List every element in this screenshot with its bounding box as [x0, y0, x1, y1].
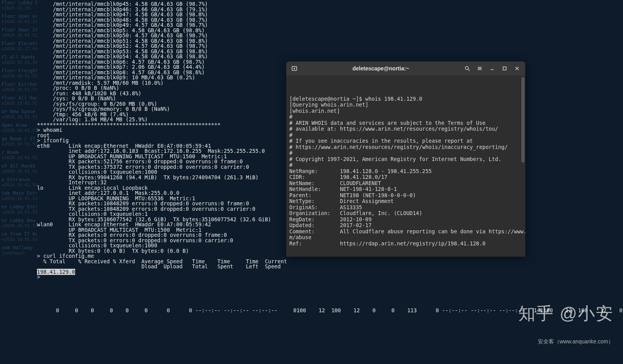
- minimize-icon: [489, 66, 495, 71]
- whois-line: NetType: Direct Assignment: [289, 198, 522, 205]
- whois-line: NetHandle: NET-198-41-128-0-1: [289, 186, 522, 192]
- sidebar-item[interactable]: or Lobby Entrav2020.10.01.53: [0, 204, 37, 215]
- shell-prompt: [deletescape@nortia ~]$ whois 198.41.129…: [289, 96, 522, 102]
- sidebar-item-title: or Lobby New: [2, 218, 37, 223]
- sidebar-item-title: ide Main Entra: [2, 191, 37, 196]
- menu-button[interactable]: [474, 63, 486, 74]
- sidebar-item[interactable]: Fl All Handsv2020.10.01.53: [0, 54, 37, 65]
- sidebar-item[interactable]: Floor Rear Staiv2020.10.01.53: [0, 27, 37, 38]
- svg-line-4: [468, 69, 470, 71]
- minimize-button[interactable]: [486, 63, 498, 74]
- whois-line: # If you see inaccuracies in the results…: [289, 138, 522, 144]
- terminal-plus-icon: [291, 65, 297, 72]
- sidebar-item-title: Floor Freight El: [2, 68, 37, 74]
- sidebar-item[interactable]: ge Room / IT Rv2020.10.01.53: [0, 136, 37, 147]
- whois-line: OriginAS: AS13335: [289, 205, 522, 211]
- sidebar-item[interactable]: or Lobby Newv2020.10.01.53: [0, 218, 37, 228]
- sidebar-item[interactable]: ide Main Entrav2020.10.01.53: [0, 191, 37, 201]
- search-icon: [465, 66, 470, 71]
- whois-line: [Querying whois.arin.net]: [289, 102, 522, 108]
- maximize-button[interactable]: [499, 63, 510, 74]
- sidebar-item-version: v2020.11.20.: [2, 5, 37, 10]
- sidebar-item[interactable]: Floor All Handsv2020.10.01.53: [0, 95, 37, 106]
- sidebar-item-version: v2020.10.01.53: [2, 182, 37, 187]
- sidebar-item[interactable]: or New Spacev2020.10.01.53: [0, 109, 37, 119]
- sidebar-item[interactable]: ce from IT Hav2020.10.01.53: [0, 231, 37, 242]
- sidebar-item-version: (unknown): [2, 250, 37, 256]
- whois-line: #: [289, 132, 522, 138]
- close-icon: [514, 66, 520, 71]
- sidebar-item-title: oom Hallway: [2, 245, 37, 250]
- sidebar-item-version: v2020.10.01.53: [2, 142, 37, 147]
- new-tab-button[interactable]: [289, 63, 300, 74]
- sidebar-item-version: v2020.10.01.53: [2, 101, 37, 106]
- command-prompt: >: [37, 275, 623, 280]
- sidebar-item[interactable]: n Entrancev2020.10.01.53: [0, 177, 37, 187]
- sidebar-item-version: v2020.10.01.53: [2, 210, 37, 215]
- sidebar-item[interactable]: r Roomv2020.10.01.53: [0, 150, 37, 160]
- sidebar-item-title: Floor Rear Stai: [2, 27, 37, 33]
- curl-result-ip: 198.41.129.0: [37, 270, 623, 275]
- sidebar-item-title: Fl All Hands: [2, 54, 37, 60]
- sidebar-item-version: v2020.10.01.53: [2, 223, 37, 228]
- whois-line: # available at: https://www.arin.net/res…: [289, 126, 522, 132]
- sidebar-item-version: v2020.10.01.53: [2, 74, 37, 79]
- sidebar-item-version: v2020.10.01.53: [2, 237, 37, 242]
- sidebar-item-version: v2020.10.01.53: [2, 60, 37, 65]
- sidebar-camera-list: Floor Lobby Env2020.11.20.Floor Open Are…: [0, 0, 37, 364]
- sidebar-item-version: v2020.10.01.53: [2, 169, 37, 174]
- window-title: deletescape@nortia:~: [300, 65, 461, 72]
- maximize-icon: [502, 66, 507, 71]
- whois-line: RegDate: 2012-10-09: [289, 217, 522, 223]
- sidebar-item[interactable]: Floor Open Areav2020.10.01.53: [0, 14, 37, 24]
- curl-progress-row: 0 0 0 0 0 0 0 0 --:--:-- --:--:-- --:--:…: [37, 301, 623, 313]
- sidebar-item-title: Floor Kitchen: [2, 82, 37, 87]
- whois-line: #: [289, 114, 522, 120]
- scrollbar[interactable]: [521, 77, 524, 163]
- sidebar-item-title: ge Room / IT R: [2, 136, 37, 142]
- whois-line: m/abuse: [289, 234, 522, 241]
- sidebar-item-version: v2020.10.01.53: [2, 19, 37, 24]
- whois-line: CIDR: 198.41.128.0/17: [289, 174, 522, 180]
- sidebar-item[interactable]: Floor Elevator Lv2020.12.17.642: [0, 41, 37, 51]
- sidebar-item[interactable]: of All Handsv2020.10.01.53: [0, 163, 37, 174]
- sidebar-item-version: v2020.10.01.53: [2, 87, 37, 92]
- sidebar-item-version: v2020.10.01.53: [2, 114, 37, 119]
- whois-line: #: [289, 162, 522, 168]
- svg-point-3: [465, 66, 468, 70]
- curl-header: Dload Upload Total Spent Left Speed: [37, 264, 623, 270]
- svg-rect-9: [503, 67, 506, 70]
- sidebar-item[interactable]: oom Hallway(unknown): [0, 245, 37, 256]
- sidebar-item-title: Floor All Hands: [2, 95, 37, 101]
- sidebar-item-version: v2020.10.01.53: [2, 33, 37, 38]
- sidebar-item-version: v2020.12.17.642: [2, 46, 37, 51]
- whois-line: #: [289, 150, 522, 156]
- whois-line: # https://www.arin.net/resources/registr…: [289, 144, 522, 150]
- terminal-body[interactable]: [deletescape@nortia ~]$ whois 198.41.129…: [286, 75, 525, 257]
- sidebar-item[interactable]: Floor Lobby Env2020.11.20.: [0, 0, 37, 10]
- whois-line: Parent: NET198 (NET-198-0-0-0-0): [289, 192, 522, 199]
- terminal-window: deletescape@nortia:~ [deletescape@nortia…: [286, 61, 525, 257]
- sidebar-item-title: of All Hands: [2, 163, 37, 169]
- whois-line: NetName: CLOUDFLARENET: [289, 180, 522, 187]
- whois-line: Comment: All Cloudflare abuse reporting …: [289, 229, 522, 235]
- whois-line: Ref: https://rdap.arin.net/registry/ip/1…: [289, 241, 522, 247]
- sidebar-item[interactable]: Floor Freight Elv2020.10.01.53: [0, 68, 37, 79]
- search-button[interactable]: [461, 63, 473, 74]
- sidebar-item-title: Open Area: [2, 122, 37, 128]
- sidebar-item-title: r Room: [2, 150, 37, 155]
- sidebar-item[interactable]: Open Areav2020.10.01.53: [0, 122, 37, 133]
- footer-attribution: 安全客（www.anquanke.com）: [538, 338, 614, 345]
- sidebar-item-version: v2020.10.01.53: [2, 196, 37, 201]
- whois-line: [whois.arin.net]: [289, 108, 522, 114]
- sidebar-item-version: v2020.10.01.53: [2, 128, 37, 133]
- whois-line: Updated: 2017-02-17: [289, 222, 522, 229]
- whois-line: Organization: Cloudflare, Inc. (CLOUD14): [289, 210, 522, 217]
- close-button[interactable]: [511, 63, 523, 74]
- sidebar-item-title: or New Space: [2, 109, 37, 114]
- sidebar-item-title: n Entrance: [2, 177, 37, 182]
- sidebar-item[interactable]: Floor Kitchenv2020.10.01.53: [0, 82, 37, 92]
- titlebar: deletescape@nortia:~: [286, 61, 525, 75]
- hamburger-icon: [477, 66, 482, 71]
- sidebar-item-title: ce from IT Ha: [2, 231, 37, 237]
